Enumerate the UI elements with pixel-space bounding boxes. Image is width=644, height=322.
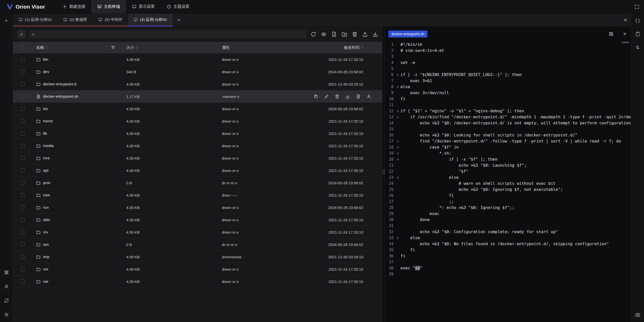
fold-icon[interactable]: ∨ — [395, 144, 400, 150]
nav-item-new-connection[interactable]: 新建连接 — [57, 0, 91, 13]
row-checkbox[interactable] — [21, 94, 25, 98]
file-row-docker-entrypoint.d[interactable]: docker-entrypoint.d4.00 KBdrwxr-xr-x2021… — [13, 78, 382, 90]
user-button[interactable] — [3, 283, 10, 290]
copy-icon[interactable] — [314, 94, 318, 99]
file-row-run[interactable]: run4.00 KBdrwxr-xr-x2024-05-28 23:58:02 — [13, 201, 382, 214]
file-row-proc[interactable]: proc0 Bdr-xr-xr-x2024-05-28 23:58:02 — [13, 177, 382, 189]
download-icon[interactable] — [345, 94, 350, 99]
filter-icon[interactable] — [111, 46, 115, 50]
fold-icon[interactable]: ∨ — [395, 72, 400, 78]
row-checkbox[interactable] — [21, 168, 25, 172]
upload-button[interactable] — [362, 31, 368, 37]
scrollbar-thumb[interactable] — [622, 42, 629, 43]
select-all-checkbox[interactable] — [21, 46, 25, 50]
row-checkbox[interactable] — [21, 107, 25, 111]
file-row-var[interactable]: var4.00 KBdrwxr-xr-x2021-11-24 17:20:10 — [13, 275, 382, 288]
row-checkbox[interactable] — [21, 82, 25, 86]
new-file-button[interactable] — [331, 31, 337, 37]
file-row-home[interactable]: home4.00 KBdrwxr-xr-x2021-11-24 17:20:10 — [13, 115, 382, 127]
file-row-tmp[interactable]: tmp4.00 KBdrwxrwxrwx2021-12-30 03:29:10 — [13, 251, 382, 263]
column-header-mtime[interactable]: 修改时间 — [344, 45, 359, 50]
fold-icon[interactable]: ∨ — [395, 150, 400, 156]
row-checkbox[interactable] — [21, 70, 25, 74]
row-checkbox[interactable] — [21, 193, 25, 197]
terminal-tab-4[interactable]: (4) 应用-分析02 — [128, 14, 173, 26]
file-row-media[interactable]: media4.00 KBdrwxr-xr-x2021-11-24 17:20:1… — [13, 140, 382, 152]
delete-icon[interactable] — [335, 94, 339, 99]
row-checkbox[interactable] — [21, 156, 25, 160]
command-button[interactable]: ⌘ — [3, 269, 10, 276]
nav-item-display-settings[interactable]: 显示设置 — [126, 0, 161, 13]
column-header-name[interactable]: 名称 — [36, 45, 44, 50]
fold-icon[interactable]: ∨ — [395, 156, 400, 162]
fold-icon[interactable]: ∨ — [395, 84, 400, 90]
gear-button[interactable] — [3, 311, 10, 318]
file-row-sbin[interactable]: sbin4.00 KBdrwxr-xr-x2021-11-24 17:20:10 — [13, 214, 382, 226]
row-checkbox[interactable] — [21, 230, 25, 234]
fold-icon[interactable]: ∨ — [395, 114, 400, 120]
row-checkbox[interactable] — [21, 242, 25, 246]
path-input[interactable] — [37, 32, 304, 36]
sync-button[interactable] — [3, 297, 10, 304]
file-row-opt[interactable]: opt4.00 KBdrwxr-xr-x2021-11-24 17:20:10 — [13, 164, 382, 177]
fold-icon[interactable]: ∨ — [395, 138, 400, 144]
transfer-button[interactable]: ⇅ — [634, 44, 641, 51]
eye-button[interactable] — [321, 31, 327, 37]
row-checkbox[interactable] — [21, 205, 25, 209]
terminal-tab-1[interactable]: (1) 应用-分析01 — [13, 14, 58, 26]
row-checkbox[interactable] — [21, 119, 25, 123]
sort-name[interactable]: ▲▼ — [46, 46, 48, 49]
permission-icon[interactable] — [367, 94, 371, 99]
save-icon[interactable] — [609, 31, 614, 36]
move-icon[interactable] — [356, 94, 360, 99]
file-row-sys[interactable]: sys0 Bdr-xr-xr-x2024-05-28 23:58:02 — [13, 238, 382, 251]
clipboard-button[interactable] — [634, 30, 641, 38]
add-terminal-tab-button[interactable]: + — [173, 14, 185, 26]
row-checkbox[interactable] — [21, 267, 25, 271]
braces-button[interactable]: { } — [634, 17, 641, 24]
file-row-etc[interactable]: etc4.00 KBdrwxr-xr-x2024-05-28 23:58:02 — [13, 103, 382, 115]
file-row-docker-entrypoint.sh[interactable]: docker-entrypoint.sh1.17 KB-rwxrwxr-x — [13, 90, 382, 103]
refresh-button[interactable] — [311, 31, 316, 37]
code-editor[interactable]: 1234567891011121314151617181920212223242… — [385, 41, 631, 322]
back-button[interactable]: ‹ — [17, 30, 26, 39]
editor-file-tab[interactable]: docker-entrypoint.sh — [388, 30, 427, 38]
file-row-dev[interactable]: dev340 Bdrwxr-xr-x2024-05-28 23:58:02 — [13, 66, 382, 78]
terminal-tab-3[interactable]: (3) 中间件 — [93, 14, 128, 26]
sort-mtime[interactable]: ▲▼ — [361, 46, 363, 49]
line-number: 21 — [385, 162, 393, 168]
file-row-bin[interactable]: bin4.00 KBdrwxr-xr-x2021-11-24 17:20:10 — [13, 53, 382, 66]
close-panel-button[interactable]: × — [620, 14, 631, 26]
close-editor-icon[interactable]: × — [623, 31, 626, 37]
panel-resizer[interactable] — [382, 27, 385, 322]
new-panel-button[interactable]: + — [3, 17, 10, 24]
fullscreen-button[interactable] — [630, 0, 644, 13]
row-checkbox[interactable] — [21, 218, 25, 222]
brand[interactable]: Orion Visor — [0, 0, 48, 13]
row-checkbox[interactable] — [21, 255, 25, 259]
file-row-usr[interactable]: usr4.00 KBdrwxr-xr-x2021-11-24 17:20:10 — [13, 263, 382, 275]
delete-button[interactable] — [352, 31, 357, 37]
row-checkbox[interactable] — [21, 181, 25, 185]
row-checkbox[interactable] — [21, 131, 25, 135]
sort-size[interactable]: ▲▼ — [136, 46, 138, 49]
file-row-mnt[interactable]: mnt4.00 KBdrwxr-xr-x2021-11-24 17:20:10 — [13, 152, 382, 164]
nav-item-host-terminal[interactable]: 主机终端 — [91, 0, 126, 13]
row-checkbox[interactable] — [21, 144, 25, 148]
fold-icon[interactable]: ∨ — [395, 108, 400, 114]
file-row-srv[interactable]: srv4.00 KBdrwxr-xr-x2021-11-24 17:20:10 — [13, 226, 382, 238]
new-folder-button[interactable] — [342, 31, 347, 37]
nav-item-theme-settings[interactable]: 主题设置 — [161, 0, 195, 13]
terminal-tab-2[interactable]: (2) 数据库 — [58, 14, 93, 26]
column-header-size[interactable]: 大小 — [126, 45, 134, 50]
row-checkbox[interactable] — [21, 279, 25, 283]
row-checkbox[interactable] — [21, 57, 25, 61]
edit-icon[interactable] — [324, 94, 329, 99]
folder-icon — [36, 70, 41, 74]
fold-icon[interactable]: ∨ — [395, 174, 400, 181]
file-row-lib[interactable]: lib4.00 KBdrwxr-xr-x2021-11-24 17:20:10 — [13, 127, 382, 140]
fold-icon[interactable]: ∨ — [395, 235, 400, 241]
download-button[interactable] — [373, 31, 378, 37]
file-row-root[interactable]: root4.00 KBdrwx------2021-11-24 17:20:10 — [13, 189, 382, 201]
camera-button[interactable] — [634, 311, 641, 318]
